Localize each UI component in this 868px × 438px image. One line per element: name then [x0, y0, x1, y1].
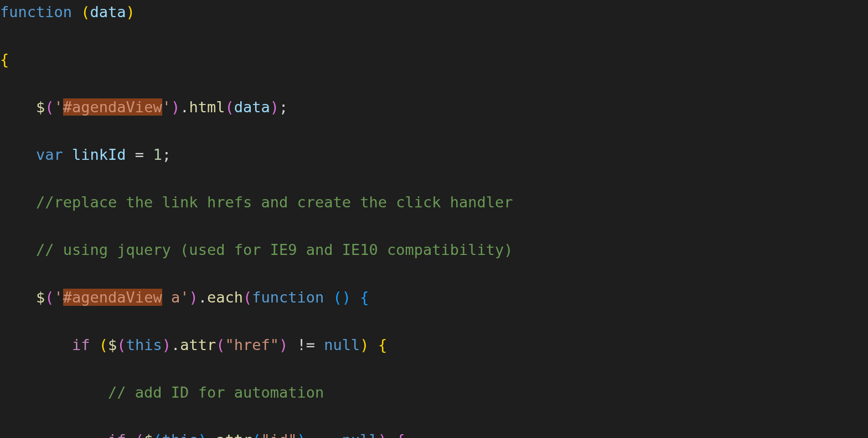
token-kw: function	[252, 289, 333, 306]
token-brB: )	[342, 289, 351, 306]
token-op: =	[126, 146, 153, 163]
token-ident: data	[90, 3, 126, 20]
code-line[interactable]: if ($(this).attr("href") != null) {	[0, 333, 868, 357]
token-fn: $	[108, 336, 117, 353]
token-brP: )	[270, 98, 279, 116]
token-brP: (	[117, 336, 126, 353]
token-brP: (	[225, 98, 234, 116]
token-ident: linkId	[72, 146, 126, 163]
token-punc: .	[207, 431, 216, 438]
token-fn: $	[36, 289, 45, 306]
token-op: ==	[306, 431, 342, 438]
code-editor[interactable]: function (data) { $('#agendaView').html(…	[0, 0, 868, 438]
token-brP: )	[171, 98, 180, 116]
token-brY: (	[99, 336, 108, 353]
token-fn: $	[36, 98, 45, 116]
token-kw: var	[36, 146, 72, 163]
token-brY: {	[378, 336, 387, 353]
token-brP: )	[378, 431, 387, 438]
token-kwctl: if	[108, 431, 135, 438]
token-fn: html	[189, 98, 225, 116]
token-punc: .	[198, 289, 207, 306]
token-brP: )	[162, 336, 171, 353]
token-brP: (	[243, 289, 252, 306]
token-brB: )	[297, 431, 306, 438]
token-kw: function	[0, 3, 81, 20]
token-punc: ;	[162, 146, 171, 163]
token-kw: null	[342, 431, 378, 438]
token-op: !=	[288, 336, 324, 353]
token-brY: {	[0, 51, 9, 68]
code-line[interactable]: $('#agendaView a').each(function () {	[0, 285, 868, 309]
token-fn: each	[207, 289, 243, 306]
code-line[interactable]: function (data)	[0, 0, 868, 24]
token-fn: attr	[180, 336, 216, 353]
token-brP: (	[45, 289, 54, 306]
token-cmt: // using jquery (used for IE9 and IE10 c…	[36, 241, 513, 258]
token-brP: )	[279, 336, 288, 353]
token-str: "id"	[261, 431, 297, 438]
token-brB: (	[252, 431, 261, 438]
token-kw: this	[162, 431, 198, 438]
token-punc	[387, 431, 396, 438]
token-brP: (	[216, 336, 225, 353]
token-kw: this	[126, 336, 162, 353]
token-brP: (	[135, 431, 144, 438]
token-brB: (	[333, 289, 342, 306]
token-brP: (	[45, 98, 54, 116]
token-brP: )	[189, 289, 198, 306]
token-punc	[369, 336, 378, 353]
token-brB: )	[198, 431, 207, 438]
code-line[interactable]: {	[0, 48, 868, 71]
token-brY: )	[126, 3, 135, 20]
token-fn: attr	[216, 431, 252, 438]
token-punc: .	[171, 336, 180, 353]
token-fn: $	[144, 431, 153, 438]
token-sel: #agendaView	[63, 98, 162, 116]
token-str: '	[54, 289, 63, 306]
code-line[interactable]: $('#agendaView').html(data);	[0, 95, 868, 119]
token-brB: (	[153, 431, 162, 438]
token-str: '	[54, 98, 63, 116]
token-kwctl: if	[72, 336, 99, 353]
token-brB: {	[360, 289, 369, 306]
token-brP: {	[396, 431, 405, 438]
token-punc: .	[180, 98, 189, 116]
token-punc	[351, 289, 360, 306]
code-line[interactable]: if ($(this).attr("id") == null) {	[0, 428, 868, 438]
code-line[interactable]: //replace the link hrefs and create the …	[0, 190, 868, 214]
token-str: "href"	[225, 336, 279, 353]
code-line[interactable]: // using jquery (used for IE9 and IE10 c…	[0, 238, 868, 262]
token-ident: data	[234, 98, 270, 116]
token-sel: #agendaView	[63, 289, 162, 306]
token-cmt: //replace the link hrefs and create the …	[36, 194, 513, 211]
token-brY: (	[81, 3, 90, 20]
code-line[interactable]: // add ID for automation	[0, 380, 868, 404]
token-num: 1	[153, 146, 162, 163]
token-punc: ;	[279, 98, 288, 116]
token-str: a'	[162, 289, 189, 306]
token-cmt: // add ID for automation	[108, 384, 324, 401]
token-str: '	[162, 98, 171, 116]
code-line[interactable]: var linkId = 1;	[0, 143, 868, 166]
token-kw: null	[324, 336, 360, 353]
token-brY: )	[360, 336, 369, 353]
